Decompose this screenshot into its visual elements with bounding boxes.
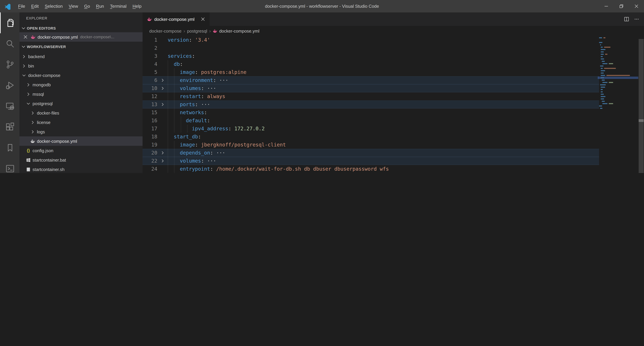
breadcrumb[interactable]: docker-compose›postgresql›docker-compose… [142,26,644,36]
minimize-button[interactable] [599,0,614,13]
editor-scrollbar[interactable] [638,26,644,173]
fold-chevron-icon[interactable] [157,100,168,108]
code-line-12[interactable]: 12 restart: always [142,92,599,100]
menu-terminal[interactable]: Terminal [107,0,130,13]
code-line-17[interactable]: 17 ipv4_address: 172.27.0.2 [142,125,599,133]
tab-docker-compose[interactable]: docker-compose.yml [142,13,210,26]
minimap-line [599,86,638,88]
activity-run-debug-icon[interactable] [0,75,20,96]
code-line-16[interactable]: 16 default: [142,117,599,125]
menu-help[interactable]: Help [130,0,144,13]
tree-folder-license[interactable]: license [20,118,142,127]
activity-remote-terminal-icon[interactable] [0,158,20,173]
code-line-22[interactable]: 22 volumes: ··· [142,157,599,165]
menu-edit[interactable]: Edit [28,0,42,13]
code-line-24[interactable]: 24 entrypoint: /home/.docker/wait-for-db… [142,165,599,173]
code-line-1[interactable]: 1version: '3.4' [142,36,599,44]
fold-chevron-icon[interactable] [157,76,168,84]
close-icon[interactable] [23,34,28,40]
activity-search-icon[interactable] [0,33,20,54]
tree-folder-logs[interactable]: logs [20,127,142,136]
gutter-space [157,60,168,68]
workspace-header[interactable]: WORKFLOWSERVER [20,42,142,52]
chevron-right-icon [21,63,27,69]
split-editor-icon[interactable] [624,17,629,22]
minimap-line [599,51,638,53]
tree-folder-postgresql[interactable]: postgresql [20,99,142,108]
menu-file[interactable]: File [15,0,28,13]
minimap-line [599,48,638,51]
tree-file-config.json[interactable]: {}config.json [20,146,142,155]
minimap-line [599,70,638,72]
gutter-space [157,52,168,60]
code-line-13[interactable]: 13 ports: ··· [142,100,599,108]
chevron-right-icon [30,120,36,125]
chevron-down-icon [21,44,26,49]
scrollbar-slider[interactable] [639,39,644,173]
tree-file-startcontainer.sh[interactable]: startcontainer.sh [20,164,142,173]
code-line-18[interactable]: 18 start_db: [142,133,599,141]
tree-file-docker-compose.yml[interactable]: docker-compose.yml [20,136,142,146]
chevron-down-icon [21,73,27,78]
fold-chevron-icon[interactable] [157,149,168,157]
menu-go[interactable]: Go [81,0,93,13]
minimap-line [599,46,638,48]
activity-remote-explorer-icon[interactable] [0,96,20,117]
chevron-right-icon [26,82,31,87]
menu-run[interactable]: Run [93,0,107,13]
open-editor-item[interactable]: docker-compose.yml docker-compose\... [20,32,142,42]
file-tree: backendbindocker-composemongodbmssqlpost… [20,52,142,173]
code-line-5[interactable]: 5 image: postgres:alpine [142,68,599,76]
open-editors-header[interactable]: OPEN EDITORS [20,24,142,32]
vscode-window: FileEditSelectionViewGoRunTerminalHelp d… [0,0,644,173]
minimap-line [599,63,638,65]
more-actions-icon[interactable] [634,17,639,22]
tree-file-startcontainer.bat[interactable]: startcontainer.bat [20,155,142,164]
minimap-line [599,88,638,91]
code-line-4[interactable]: 4 db: [142,60,599,68]
breadcrumb-docker-compose.yml[interactable]: docker-compose.yml [213,28,260,34]
minimap-line [599,58,638,60]
tree-folder-mssql[interactable]: mssql [20,89,142,99]
activity-bar [0,13,20,173]
code-line-20[interactable]: 20 depends_on: ··· [142,149,599,157]
code-line-3[interactable]: 3services: [142,52,599,60]
minimap-line [599,37,638,39]
activity-explorer-icon[interactable] [0,13,20,33]
menu-view[interactable]: View [66,0,81,13]
tree-folder-bin[interactable]: bin [20,61,142,71]
line-number: 12 [142,92,157,100]
restore-button[interactable] [614,0,629,13]
code-line-2[interactable]: 2 [142,44,599,52]
close-button[interactable] [629,0,644,13]
tree-folder-docker-files[interactable]: docker-files [20,108,142,118]
gutter-space [157,117,168,125]
line-number: 2 [142,44,157,52]
minimap-line [599,77,638,79]
activity-source-control-icon[interactable] [0,54,20,75]
tab-close-icon[interactable] [200,17,206,22]
tree-folder-backend[interactable]: backend [20,52,142,61]
code-line-6[interactable]: 6 environment: ··· [142,76,599,84]
line-number: 1 [142,36,157,44]
tree-folder-mongodb[interactable]: mongodb [20,80,142,89]
fold-chevron-icon[interactable] [157,157,168,165]
fold-chevron-icon[interactable] [157,84,168,92]
activity-extensions-icon[interactable] [0,117,20,137]
chevron-right-icon [30,129,36,134]
activity-bookmarks-icon[interactable] [0,137,20,158]
minimap[interactable] [599,37,638,112]
code-line-10[interactable]: 10 volumes: ··· [142,84,599,92]
breadcrumb-postgresql[interactable]: postgresql [187,28,207,34]
code-area[interactable]: 1version: '3.4'23services:4 db:5 image: … [142,36,599,173]
minimap-line [599,55,638,58]
minimap-line [599,102,638,105]
minimap-line [599,65,638,67]
tree-folder-docker-compose[interactable]: docker-compose [20,71,142,80]
breadcrumb-docker-compose[interactable]: docker-compose [149,28,182,34]
code-line-15[interactable]: 15 networks: [142,108,599,117]
minimap-line [599,84,638,86]
code-line-19[interactable]: 19 image: jbergknoff/postgresql-client [142,141,599,149]
line-number: 19 [142,141,157,149]
menu-selection[interactable]: Selection [42,0,66,13]
